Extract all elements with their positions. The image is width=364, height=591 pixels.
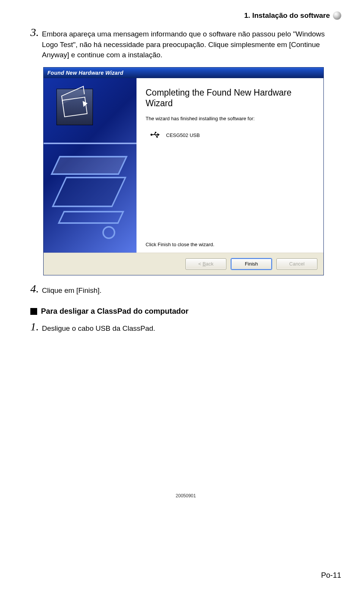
step-number: 4. <box>30 283 39 294</box>
wizard-device-name: CESG502 USB <box>166 132 200 138</box>
footer-date: 20050901 <box>30 493 341 498</box>
step-1-disconnect: 1. Desligue o cabo USB da ClassPad. <box>30 321 341 334</box>
page-number: Po-11 <box>321 571 341 580</box>
svg-point-3 <box>156 136 158 138</box>
square-bullet-icon <box>30 308 37 315</box>
step-text: Desligue o cabo USB da ClassPad. <box>42 321 155 334</box>
wizard-footer: < Back Finish Cancel <box>44 253 323 275</box>
section-heading: Para desligar a ClassPad do computador <box>30 307 341 316</box>
cancel-button[interactable]: Cancel <box>276 258 317 270</box>
wizard-device-row: CESG502 USB <box>146 131 312 139</box>
wizard-side-art <box>44 78 136 253</box>
wizard-subtext: The wizard has finished installing the s… <box>146 116 312 121</box>
step-number: 3. <box>30 27 39 38</box>
page-header: 1. Instalação do software <box>30 11 341 20</box>
svg-rect-2 <box>155 132 157 134</box>
wizard-heading: Completing the Found New Hardware Wizard <box>146 87 312 109</box>
step-text: Clique em [Finish]. <box>42 283 102 296</box>
back-button[interactable]: < Back <box>185 258 226 270</box>
wizard-title-bar: Found New Hardware Wizard <box>44 68 323 78</box>
step-number: 1. <box>30 321 39 332</box>
step-4: 4. Clique em [Finish]. <box>30 283 341 296</box>
hardware-wizard-dialog: Found New Hardware Wizard Completing the… <box>43 67 324 275</box>
step-3: 3. Embora apareça uma mensagem informand… <box>30 27 341 60</box>
usb-icon <box>150 131 161 139</box>
wizard-close-hint: Click Finish to close the wizard. <box>146 242 214 247</box>
wizard-main-pane: Completing the Found New Hardware Wizard… <box>136 78 323 253</box>
header-orb-icon <box>333 11 341 20</box>
finish-button[interactable]: Finish <box>231 258 272 270</box>
wizard-install-icon <box>56 89 93 125</box>
step-text: Embora apareça uma mensagem informando q… <box>42 27 342 60</box>
header-title: 1. Instalação do software <box>244 11 330 20</box>
section-title: Para desligar a ClassPad do computador <box>41 307 188 316</box>
